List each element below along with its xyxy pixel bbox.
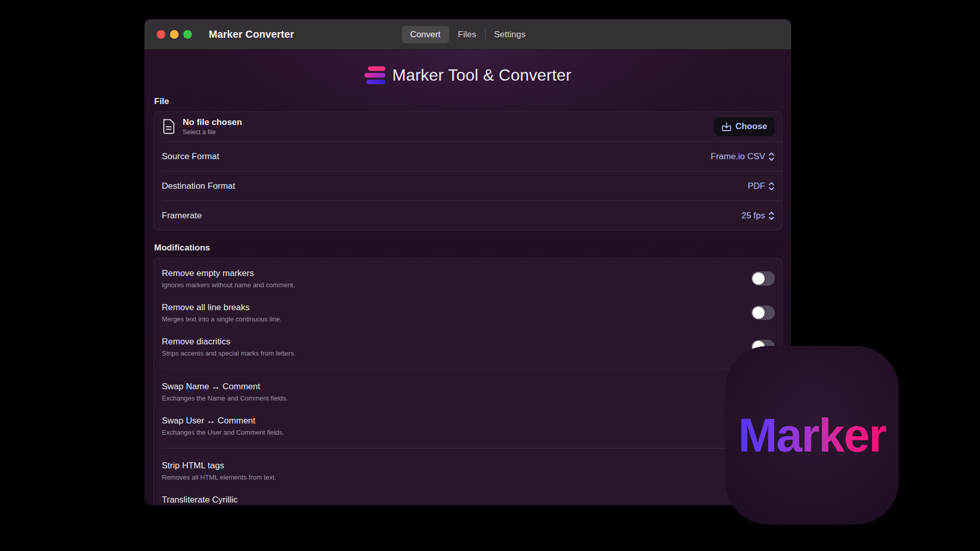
tab-settings[interactable]: Settings [485,26,534,43]
modification-texts: Remove diacriticsStrips accents and spec… [162,336,296,358]
file-chosen-label: No file chosen [183,117,714,128]
marker-logo-icon [364,66,386,84]
modification-row: Swap Name ↔ CommentExchanges the Name an… [154,374,782,409]
file-chooser-row: No file chosen Select a file Choose [154,112,782,141]
window-title: Marker Converter [209,29,294,40]
group-divider [162,369,782,369]
form-label: Source Format [162,152,219,162]
close-window-button[interactable] [157,30,165,39]
modification-title: Strip HTML tags [162,460,276,471]
modification-title: Remove empty markers [162,268,295,279]
modification-subtitle: Strips accents and special marks from le… [162,349,296,358]
modification-title: Remove all line breaks [162,302,282,313]
modification-texts: Remove all line breaksMerges text into a… [162,302,282,323]
modification-texts: Remove empty markersIgnores markers with… [162,268,295,289]
modification-row: Transliterate CyrillicConverts Cyrillic … [154,488,782,505]
title-bar: Marker Converter ConvertFilesSettings [144,19,791,50]
modification-texts: Swap Name ↔ CommentExchanges the Name an… [162,381,288,403]
marker-app-icon: Marker [725,346,899,524]
form-row-source-format: Source FormatFrame.io CSV [154,142,782,171]
dropdown-value: Frame.io CSV [710,152,765,162]
choose-file-button-label: Choose [736,121,767,132]
modification-subtitle: Exchanges the Name and Comment fields. [162,394,288,403]
modification-row: Strip HTML tagsRemoves all HTML elements… [154,454,782,488]
import-file-icon [722,122,731,132]
modification-title: Transliterate Cyrillic [162,494,290,505]
dropdown-framerate[interactable]: 25 fps [742,211,775,221]
form-row-destination-format: Destination FormatPDF [154,171,782,201]
document-icon [162,119,175,134]
modification-texts: Swap User ↔ CommentExchanges the User an… [162,415,284,437]
modification-texts: Strip HTML tagsRemoves all HTML elements… [162,460,276,482]
app-window: Marker Converter ConvertFilesSettings Ma… [144,19,791,505]
toggle-remove-empty-markers[interactable] [751,271,775,286]
dropdown-value: 25 fps [742,211,765,221]
modification-row: Remove diacriticsStrips accents and spec… [154,330,782,364]
chevron-up-down-icon [768,181,775,191]
desktop: Marker Converter ConvertFilesSettings Ma… [0,0,980,551]
modification-subtitle: Ignores markers without name and comment… [162,281,295,289]
page-title: Marker Tool & Converter [393,66,572,85]
app-header: Marker Tool & Converter [153,63,782,87]
toggle-knob [752,307,765,319]
modification-subtitle: Merges text into a single continuous lin… [162,315,282,323]
tab-files[interactable]: Files [449,26,485,43]
modification-row: Remove empty markersIgnores markers with… [154,261,782,295]
toggle-remove-all-line-breaks[interactable] [751,306,775,320]
form-label: Framerate [162,211,202,221]
chevron-up-down-icon [768,152,775,162]
traffic-lights [157,30,192,39]
form-label: Destination Format [162,181,235,191]
dropdown-destination-format[interactable]: PDF [748,181,775,191]
tab-convert[interactable]: Convert [402,26,450,43]
dropdown-value: PDF [748,181,765,191]
file-chooser-texts: No file chosen Select a file [183,117,714,136]
form-row-framerate: Framerate25 fps [154,201,782,230]
file-section-label: File [154,96,782,107]
modifications-card: Remove empty markersIgnores markers with… [153,258,782,505]
modification-subtitle: Removes all HTML elements from text. [162,473,276,482]
modification-texts: Transliterate CyrillicConverts Cyrillic … [162,494,290,505]
choose-file-button[interactable]: Choose [714,117,775,136]
file-card: No file chosen Select a file Choose [153,111,782,231]
group-divider [162,448,782,448]
dropdown-source-format[interactable]: Frame.io CSV [710,152,775,162]
file-chooser-hint: Select a file [183,129,714,136]
modification-subtitle: Exchanges the User and Comment fields. [162,429,284,437]
modification-title: Swap User ↔ Comment [162,415,284,426]
tab-bar: ConvertFilesSettings [402,26,534,43]
toggle-knob [752,272,765,285]
main-content: Marker Tool & Converter File No file cho… [144,63,791,505]
chevron-up-down-icon [768,211,775,221]
minimize-window-button[interactable] [170,30,179,39]
zoom-window-button[interactable] [183,30,192,39]
modifications-section-label: Modifications [154,243,782,253]
modification-title: Remove diacritics [162,336,296,347]
marker-app-icon-wordmark: Marker [738,409,886,462]
modification-title: Swap Name ↔ Comment [162,381,288,392]
modification-row: Remove all line breaksMerges text into a… [154,295,782,330]
modification-row: Swap User ↔ CommentExchanges the User an… [154,409,782,443]
